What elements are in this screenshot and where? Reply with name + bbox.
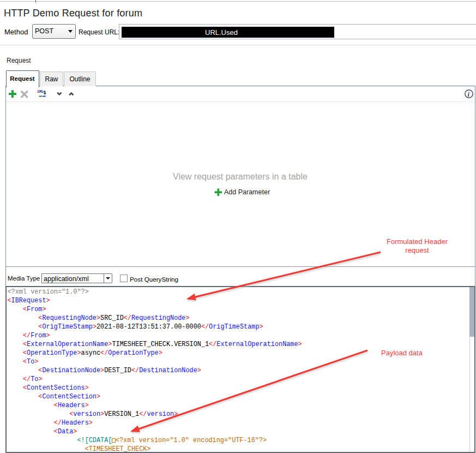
svg-text:i: i [468, 91, 470, 98]
svg-text:URL: URL [38, 89, 44, 94]
